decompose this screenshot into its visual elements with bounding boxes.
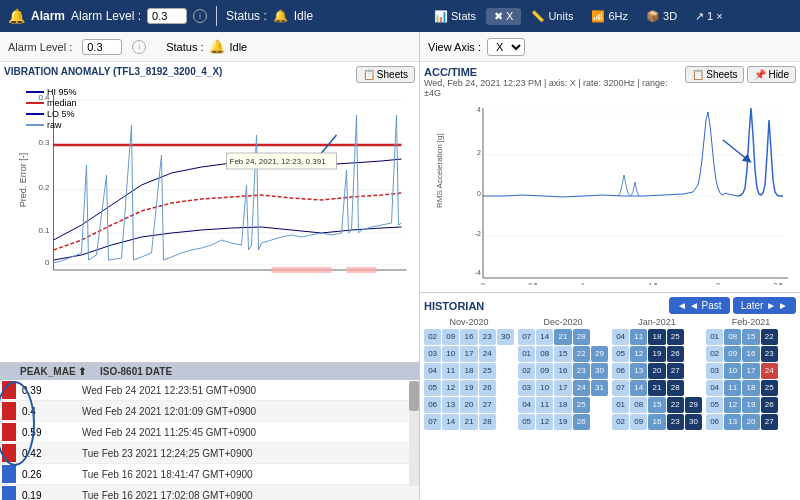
calendar-cell[interactable]: 12 — [630, 346, 647, 362]
calendar-cell[interactable]: 02 — [612, 414, 629, 430]
calendar-cell[interactable]: 14 — [630, 380, 647, 396]
calendar-cell[interactable]: 01 — [612, 397, 629, 413]
calendar-cell[interactable]: 27 — [479, 397, 496, 413]
calendar-cell[interactable]: 12 — [442, 380, 459, 396]
calendar-cell[interactable]: 03 — [424, 346, 441, 362]
calendar-cell[interactable]: 27 — [761, 414, 778, 430]
calendar-cell[interactable]: 24 — [479, 346, 496, 362]
calendar-cell[interactable]: 14 — [442, 414, 459, 430]
calendar-cell[interactable]: 26 — [667, 346, 684, 362]
calendar-cell[interactable]: 08 — [630, 397, 647, 413]
calendar-cell[interactable]: 15 — [648, 397, 665, 413]
calendar-cell[interactable]: 25 — [573, 397, 590, 413]
calendar-cell[interactable]: 06 — [424, 397, 441, 413]
calendar-cell[interactable]: 19 — [648, 346, 665, 362]
table-row[interactable]: 0.4Wed Feb 24 2021 12:01:09 GMT+0900 — [0, 401, 419, 422]
calendar-cell[interactable]: 16 — [554, 363, 571, 379]
calendar-cell[interactable]: 12 — [724, 397, 741, 413]
calendar-cell[interactable]: 06 — [612, 363, 629, 379]
calendar-cell[interactable]: 04 — [706, 380, 723, 396]
calendar-cell[interactable]: 03 — [518, 380, 535, 396]
alarm-level-input-2[interactable] — [82, 39, 122, 55]
calendar-cell[interactable]: 26 — [573, 414, 590, 430]
calendar-cell[interactable]: 10 — [442, 346, 459, 362]
table-row[interactable]: 0.19Tue Feb 16 2021 17:02:08 GMT+0900 — [0, 485, 419, 500]
tab-1x[interactable]: ↗ 1 × — [687, 8, 731, 25]
calendar-cell[interactable]: 07 — [612, 380, 629, 396]
sort-icon[interactable]: ⬆ — [78, 366, 86, 377]
calendar-cell[interactable]: 17 — [460, 346, 477, 362]
calendar-cell[interactable]: 14 — [536, 329, 553, 345]
calendar-cell[interactable]: 04 — [424, 363, 441, 379]
calendar-cell[interactable]: 05 — [612, 346, 629, 362]
calendar-cell[interactable]: 08 — [536, 346, 553, 362]
tab-units[interactable]: 📏 Units — [523, 8, 581, 25]
calendar-cell[interactable]: 08 — [724, 329, 741, 345]
calendar-cell[interactable]: 24 — [573, 380, 590, 396]
calendar-cell[interactable]: 17 — [742, 363, 759, 379]
calendar-cell[interactable]: 28 — [573, 329, 590, 345]
calendar-cell[interactable]: 09 — [442, 329, 459, 345]
calendar-cell[interactable]: 16 — [460, 329, 477, 345]
calendar-cell[interactable]: 11 — [724, 380, 741, 396]
calendar-cell[interactable]: 23 — [479, 329, 496, 345]
calendar-cell[interactable]: 18 — [648, 329, 665, 345]
view-axis-select[interactable]: X Y Z — [487, 38, 525, 56]
calendar-cell[interactable]: 17 — [554, 380, 571, 396]
tab-3d[interactable]: 📦 3D — [638, 8, 685, 25]
calendar-cell[interactable]: 09 — [630, 414, 647, 430]
calendar-cell[interactable]: 29 — [685, 397, 702, 413]
calendar-cell[interactable]: 02 — [424, 329, 441, 345]
calendar-cell[interactable]: 13 — [442, 397, 459, 413]
tab-6hz[interactable]: 📶 6Hz — [583, 8, 636, 25]
calendar-cell[interactable]: 28 — [479, 414, 496, 430]
calendar-cell[interactable]: 29 — [591, 346, 608, 362]
calendar-cell[interactable]: 22 — [667, 397, 684, 413]
calendar-cell[interactable]: 31 — [591, 380, 608, 396]
calendar-cell[interactable]: 10 — [536, 380, 553, 396]
calendar-cell[interactable]: 23 — [761, 346, 778, 362]
info-icon-2[interactable]: i — [132, 40, 146, 54]
calendar-cell[interactable]: 19 — [742, 397, 759, 413]
calendar-cell[interactable]: 02 — [706, 346, 723, 362]
calendar-cell[interactable]: 07 — [518, 329, 535, 345]
sheets-button[interactable]: 📋 Sheets — [356, 66, 415, 83]
calendar-cell[interactable]: 20 — [460, 397, 477, 413]
calendar-cell[interactable]: 28 — [667, 380, 684, 396]
tab-x[interactable]: ✖ X — [486, 8, 521, 25]
calendar-cell[interactable]: 18 — [460, 363, 477, 379]
info-icon[interactable]: i — [193, 9, 207, 23]
acc-hide-button[interactable]: 📌 Hide — [747, 66, 796, 83]
calendar-cell[interactable]: 21 — [554, 329, 571, 345]
table-row[interactable]: 0.42Tue Feb 23 2021 12:24:25 GMT+0900 — [0, 443, 419, 464]
calendar-cell[interactable]: 25 — [761, 380, 778, 396]
calendar-cell[interactable]: 11 — [442, 363, 459, 379]
calendar-cell[interactable]: 30 — [685, 414, 702, 430]
calendar-cell[interactable]: 23 — [667, 414, 684, 430]
calendar-cell[interactable]: 16 — [742, 346, 759, 362]
calendar-cell[interactable]: 12 — [536, 414, 553, 430]
calendar-cell[interactable]: 11 — [536, 397, 553, 413]
calendar-cell[interactable]: 22 — [573, 346, 590, 362]
calendar-cell[interactable]: 06 — [706, 414, 723, 430]
calendar-cell[interactable]: 26 — [479, 380, 496, 396]
calendar-cell[interactable]: 18 — [742, 380, 759, 396]
calendar-cell[interactable]: 13 — [630, 363, 647, 379]
calendar-cell[interactable]: 05 — [424, 380, 441, 396]
calendar-cell[interactable]: 03 — [706, 363, 723, 379]
calendar-cell[interactable]: 30 — [591, 363, 608, 379]
calendar-cell[interactable]: 15 — [554, 346, 571, 362]
calendar-cell[interactable]: 07 — [424, 414, 441, 430]
calendar-cell[interactable]: 21 — [460, 414, 477, 430]
calendar-cell[interactable]: 18 — [554, 397, 571, 413]
calendar-cell[interactable]: 26 — [761, 397, 778, 413]
calendar-cell[interactable]: 30 — [497, 329, 514, 345]
calendar-cell[interactable]: 20 — [648, 363, 665, 379]
calendar-cell[interactable]: 02 — [518, 363, 535, 379]
table-row[interactable]: 0.26Tue Feb 16 2021 18:41:47 GMT+0900 — [0, 464, 419, 485]
calendar-cell[interactable]: 20 — [742, 414, 759, 430]
calendar-cell[interactable]: 16 — [648, 414, 665, 430]
acc-sheets-button[interactable]: 📋 Sheets — [685, 66, 744, 83]
tab-stats[interactable]: 📊 Stats — [426, 8, 484, 25]
scrollbar-thumb[interactable] — [409, 381, 419, 411]
